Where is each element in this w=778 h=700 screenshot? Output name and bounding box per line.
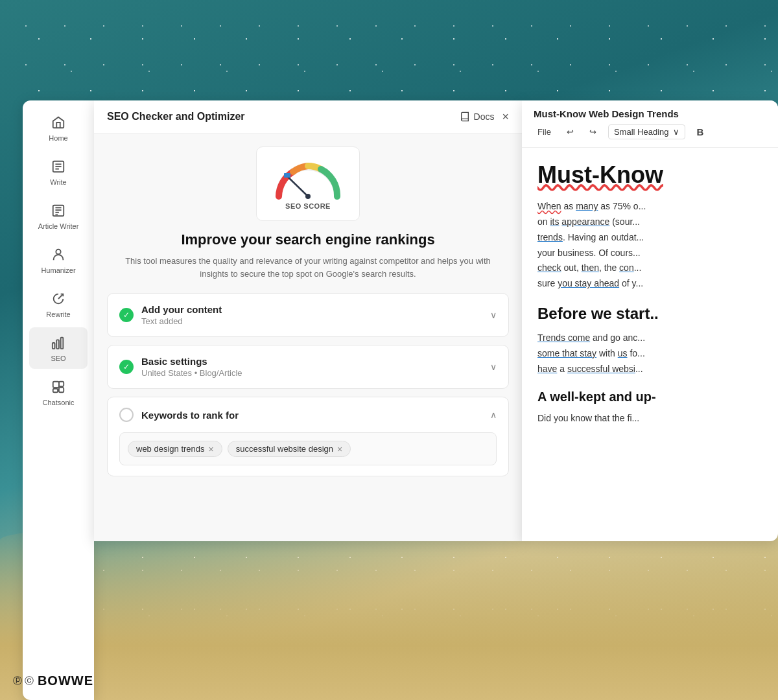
accordion-basic-settings-subtitle: United States • Blog/Article [141,368,242,378]
chevron-down-icon-heading: ∨ [673,127,679,137]
svg-line-18 [287,176,308,196]
sidebar-item-home[interactable]: Home [29,107,88,148]
score-label: SEO SCORE [285,202,331,210]
accordion-add-content-title: Add your content [141,304,222,315]
undo-button[interactable]: ↩ [563,126,578,138]
accordion-keywords-left: Keywords to rank for [119,408,239,422]
editor-toolbar: File ↩ ↪ Small Heading ∨ B [534,124,766,139]
file-button[interactable]: File [534,126,555,138]
sidebar-item-seo[interactable]: SEO [29,327,88,369]
gauge-svg: 0 100 [272,158,344,200]
accordion-add-content-left: ✓ Add your content Text added [119,304,222,326]
check-icon-content: ✓ [119,308,134,322]
humanizer-icon [49,246,67,264]
chatsonic-icon [49,378,67,396]
article-heading-text: Must-Know [537,161,663,188]
accordion-basic-settings-header[interactable]: ✓ Basic settings United States • Blog/Ar… [108,345,508,388]
svg-rect-12 [56,340,59,349]
sidebar: Home Write [23,100,94,700]
docs-label: Docs [474,111,495,122]
branding-logo: BOWWE [38,673,93,688]
chevron-down-icon-content: ∨ [490,310,497,320]
heading-select[interactable]: Small Heading ∨ [608,124,685,139]
article-paragraph-1: When as many as 75% o... on its appearan… [537,199,762,292]
sidebar-item-write[interactable]: Write [29,151,88,192]
sidebar-rewrite-label: Rewrite [46,310,70,318]
improve-desc: This tool measures the quality and relev… [107,255,509,280]
accordion-basic-settings-left: ✓ Basic settings United States • Blog/Ar… [119,356,242,378]
keyword-tag-0: web design trends × [128,441,222,457]
sidebar-home-label: Home [49,134,67,142]
accordion-keywords-body: web design trends × successful website d… [108,432,508,476]
svg-rect-22 [284,173,290,178]
sidebar-article-writer-label: Article Writer [38,222,79,230]
keyword-tag-1-text: successful website design [236,444,333,454]
score-container: 0 100 SEO SCORE [107,146,509,221]
accordion-basic-settings-info: Basic settings United States • Blog/Arti… [141,356,242,378]
sidebar-item-humanizer[interactable]: Humanizer [29,239,88,281]
svg-point-19 [305,194,311,199]
keyword-tag-0-text: web design trends [136,444,205,454]
seo-panel-header: SEO Checker and Optimizer Docs × [94,100,522,134]
write-icon [49,158,67,176]
editor-panel: Must-Know Web Design Trends File ↩ ↪ Sma… [522,100,778,541]
keyword-tag-1: successful website design × [228,441,351,457]
improve-title: Improve your search engine rankings [107,231,509,248]
accordion-add-content-header[interactable]: ✓ Add your content Text added ∨ [108,294,508,336]
article-heading: Must-Know [537,161,762,189]
branding: ⓟ ⓒ BOWWE [13,673,93,688]
seo-panel-title: SEO Checker and Optimizer [107,111,245,122]
editor-header: Must-Know Web Design Trends File ↩ ↪ Sma… [522,100,778,148]
docs-button[interactable]: Docs [460,111,495,122]
seo-icon [49,334,67,352]
seo-panel-actions: Docs × [460,111,509,122]
chevron-up-icon-keywords: ∧ [490,410,497,420]
sidebar-item-chatsonic[interactable]: Chatsonic [29,371,88,413]
article-subtitle-1: Before we start.. [537,305,762,323]
svg-rect-17 [59,388,64,392]
svg-rect-16 [53,389,58,393]
sidebar-write-label: Write [50,178,66,186]
rewrite-icon [49,290,67,308]
accordion-keywords-header[interactable]: Keywords to rank for ∧ [108,397,508,432]
accordion-keywords-info: Keywords to rank for [141,410,239,421]
circle-icon-keywords [119,408,134,422]
accordion-keywords: Keywords to rank for ∧ web design trends… [107,397,509,476]
svg-text:0: 0 [276,199,279,200]
accordion-add-content: ✓ Add your content Text added ∨ [107,293,509,337]
keywords-tags-container[interactable]: web design trends × successful website d… [119,432,497,465]
article-writer-icon [49,202,67,220]
sidebar-item-article-writer[interactable]: Article Writer [29,195,88,237]
redo-button[interactable]: ↪ [585,126,600,138]
close-button[interactable]: × [502,111,509,122]
sidebar-seo-label: SEO [51,355,65,362]
article-subtitle-2: A well-kept and up- [537,390,762,404]
heading-select-label: Small Heading [614,127,669,137]
accordion-add-content-info: Add your content Text added [141,304,222,326]
keyword-tag-0-remove[interactable]: × [209,445,214,454]
bold-button[interactable]: B [693,125,708,139]
keyword-tag-1-remove[interactable]: × [337,445,342,454]
accordion-add-content-subtitle: Text added [141,316,222,326]
chevron-down-icon-settings: ∨ [490,362,497,372]
svg-line-10 [58,294,63,299]
article-paragraph-3: Did you know that the fi... [537,411,762,426]
home-icon [49,113,67,132]
svg-rect-13 [61,338,64,349]
svg-text:100: 100 [331,199,340,200]
svg-rect-14 [53,382,59,388]
sidebar-chatsonic-label: Chatsonic [43,399,75,406]
app-container: Home Write [23,100,778,700]
article-paragraph-2: Trends come and go anc... some that stay… [537,331,762,377]
editor-title: Must-Know Web Design Trends [534,108,766,119]
sidebar-humanizer-label: Humanizer [41,266,75,274]
sidebar-item-rewrite[interactable]: Rewrite [29,283,88,325]
svg-rect-15 [59,382,64,386]
seo-panel: SEO Checker and Optimizer Docs × [94,100,522,541]
editor-content: Must-Know When as many as 75% o... on it… [522,148,778,541]
svg-rect-11 [53,343,55,349]
accordion-basic-settings: ✓ Basic settings United States • Blog/Ar… [107,345,509,389]
branding-copyright-icons: ⓟ ⓒ [13,675,34,687]
accordion-basic-settings-title: Basic settings [141,356,242,367]
accordion-keywords-title: Keywords to rank for [141,410,239,421]
